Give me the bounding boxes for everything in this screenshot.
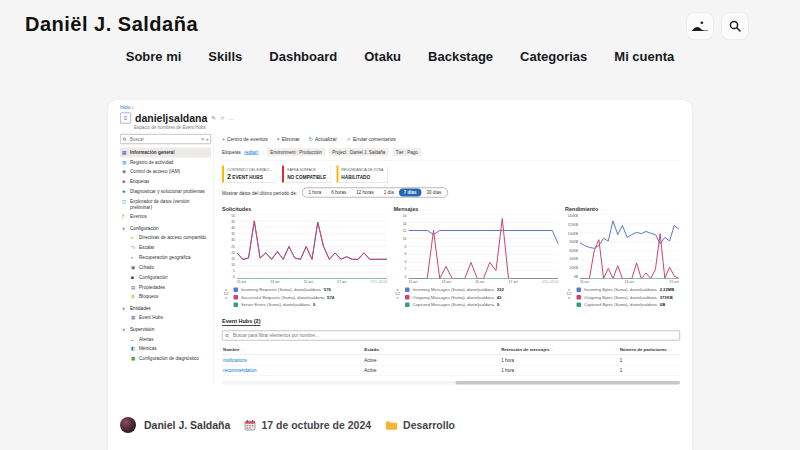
sidebar-item[interactable]: ● Directivas de acceso compartido: [120, 233, 211, 243]
legend-page-down-icon[interactable]: ∨: [568, 296, 571, 300]
clear-icon[interactable]: ×: [201, 137, 204, 142]
tags-edit-link[interactable]: (editar): [244, 150, 258, 155]
sidebar-item[interactable]: ◉ Control de acceso (IAM): [120, 167, 211, 177]
table-filter-input[interactable]: [232, 333, 677, 339]
column-header[interactable]: Retención de mensajes↑↓: [501, 347, 620, 352]
sort-icon[interactable]: ↑↓: [380, 348, 384, 353]
time-range-pill[interactable]: 1 hora: [304, 189, 327, 197]
table-row[interactable]: recommendation Active 1 hora 1: [222, 366, 680, 377]
status-cell: Active: [364, 368, 501, 373]
sidebar-item-icon: ◹: [131, 245, 136, 250]
sidebar-item-icon: ▩: [131, 356, 136, 361]
y-tick-label: 12: [394, 230, 407, 233]
nav-item[interactable]: Backstage: [428, 49, 493, 64]
table-filter-box[interactable]: [222, 331, 680, 341]
nav-item[interactable]: Sobre mi: [126, 49, 182, 64]
sidebar-item-icon: ◍: [131, 294, 136, 299]
chart-plot: [237, 215, 387, 279]
event-hubs-tab[interactable]: Event Hubs (2): [222, 318, 261, 326]
search-button[interactable]: [722, 13, 748, 39]
nav-item[interactable]: Dashboard: [269, 49, 337, 64]
time-range-pill[interactable]: 7 días: [399, 189, 422, 197]
sidebar-menu: ▤ Información general ▥ Registro de acti…: [120, 148, 211, 364]
more-options-icon[interactable]: …: [229, 115, 235, 121]
sidebar-item[interactable]: ∨ Entidades: [120, 303, 211, 313]
breadcrumb[interactable]: Inicio›: [120, 105, 680, 110]
y-axis-labels: 1614121086420: [394, 215, 409, 279]
sidebar-item[interactable]: ▩ Configuración de diagnóstico: [120, 354, 211, 364]
x-tick-label: 11 oct: [580, 280, 589, 284]
nav-item[interactable]: Otaku: [364, 49, 401, 64]
table-row[interactable]: notifications Active 1 hora 1: [222, 355, 680, 366]
horizontal-scrollbar[interactable]: [222, 381, 680, 385]
sidebar-item[interactable]: ◹ Escalar: [120, 243, 211, 253]
scrollbar-thumb[interactable]: [456, 381, 680, 385]
sort-icon[interactable]: ↑↓: [551, 348, 555, 353]
legend-label: Incoming Requests (Suma), danieljsaldana: [241, 287, 321, 292]
nav-item[interactable]: Skills: [208, 49, 242, 64]
command-bar-button[interactable]: + Centro de eventos: [222, 136, 268, 142]
command-bar-button[interactable]: ☺ Enviar comentarios: [346, 136, 396, 142]
azure-portal-screenshot: Inicio› ≡ danieljsaldana ✎ ☆ … Espacio d…: [108, 100, 692, 416]
sidebar-item[interactable]: ∨ Configuración: [120, 223, 211, 233]
legend-page-down-icon[interactable]: ∨: [225, 296, 228, 300]
sidebar-item[interactable]: ◒ Alertas: [120, 334, 211, 344]
y-tick-label: 4: [394, 260, 407, 263]
sidebar-search-box[interactable]: × «: [120, 134, 211, 144]
legend-page-up-icon[interactable]: ∧: [396, 288, 399, 292]
post-card: Inicio› ≡ danieljsaldana ✎ ☆ … Espacio d…: [108, 100, 692, 450]
edit-pencil-icon[interactable]: ✎: [211, 115, 216, 122]
command-bar-button[interactable]: ↻ Actualizar: [309, 136, 337, 142]
sidebar-search-input[interactable]: [129, 136, 199, 142]
column-header[interactable]: Número de particiones↑↓: [620, 347, 679, 352]
tags-separator: :: [262, 150, 263, 155]
collapse-icon[interactable]: «: [206, 137, 209, 142]
sidebar-item[interactable]: ▦ Event Hubs: [120, 313, 211, 323]
legend-label: Incoming Messages (Suma), danieljsaldana: [413, 287, 494, 292]
time-range-pill[interactable]: 30 días: [422, 189, 447, 197]
sidebar-item[interactable]: ▤ Propiedades: [120, 282, 211, 292]
breadcrumb-link[interactable]: Inicio: [120, 105, 131, 110]
sidebar-item[interactable]: ▤ Información general: [120, 148, 211, 158]
sidebar-item[interactable]: ◍ Bloqueos: [120, 292, 211, 302]
sidebar-item[interactable]: ƒ Eventos: [120, 212, 211, 222]
theme-mountain-button[interactable]: [687, 13, 713, 39]
legend-page-up-icon[interactable]: ∧: [225, 288, 228, 292]
legend-value: 332: [497, 287, 504, 292]
time-range-pill[interactable]: 1 día: [379, 189, 399, 197]
event-hub-link[interactable]: recommendation: [223, 368, 257, 373]
legend-label: Server Errors (Suma), danieljsaldana: [241, 302, 310, 307]
sidebar-item[interactable]: ◙ Configuración: [120, 272, 211, 282]
time-range-pill[interactable]: 12 horas: [351, 189, 379, 197]
column-header[interactable]: Nombre↑↓: [223, 347, 364, 352]
event-hub-link[interactable]: notifications: [223, 358, 247, 363]
column-header[interactable]: Estado↑↓: [364, 347, 501, 352]
nav-item[interactable]: Categorias: [520, 49, 587, 64]
sidebar-item[interactable]: ◈ Diagnosticar y solucionar problemas: [120, 187, 211, 197]
sidebar-item[interactable]: ◐ Recuperación geográfica: [120, 253, 211, 263]
x-tick-label: 17 oct: [509, 280, 518, 284]
favorite-star-icon[interactable]: ☆: [220, 115, 225, 122]
legend-page-down-icon[interactable]: ∨: [396, 296, 399, 300]
sidebar-item[interactable]: ▣ Cifrado: [120, 263, 211, 273]
sidebar-item[interactable]: ▥ Registro de actividad: [120, 157, 211, 167]
search-icon: [123, 137, 128, 142]
time-range-pill[interactable]: 6 horas: [326, 189, 351, 197]
y-tick-label: 100KB: [565, 232, 578, 235]
legend-item: Captured Bytes (Suma), danieljsaldana0B: [577, 302, 680, 307]
site-logo[interactable]: Daniël J. Saldaña: [25, 13, 198, 36]
sort-icon[interactable]: ↑↓: [241, 348, 245, 353]
legend-label: Successful Requests (Suma), danieljsalda…: [241, 295, 324, 300]
sort-icon[interactable]: ↑↓: [668, 348, 672, 353]
post-category[interactable]: Desarrollo: [403, 419, 455, 431]
x-tick-label: 15 oct: [670, 280, 679, 284]
nav-item[interactable]: Mi cuenta: [614, 49, 674, 64]
sidebar-item-icon: ▤: [122, 150, 127, 155]
sidebar-item[interactable]: ◫ Explorador de datos (versión prelimina…: [120, 197, 211, 213]
chart-title: Mensajes: [394, 206, 559, 212]
sidebar-item[interactable]: ◆ Etiquetas: [120, 177, 211, 187]
sidebar-item[interactable]: ◧ Métricas: [120, 344, 211, 354]
sidebar-item[interactable]: ∨ Supervisión: [120, 324, 211, 334]
legend-page-up-icon[interactable]: ∧: [568, 288, 571, 292]
command-bar-button[interactable]: × Eliminar: [277, 136, 300, 142]
